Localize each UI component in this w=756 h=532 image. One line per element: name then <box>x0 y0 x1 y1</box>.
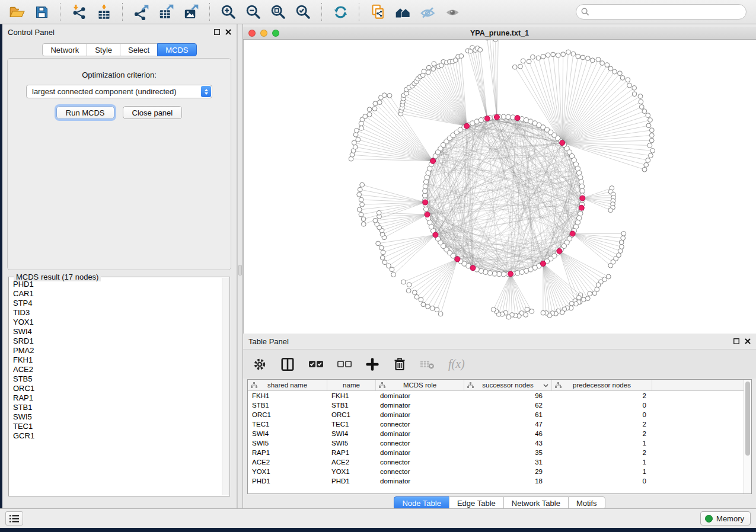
tab-edge-table[interactable]: Edge Table <box>449 496 504 509</box>
mcds-hub-node[interactable] <box>455 257 460 262</box>
graph-node[interactable] <box>367 113 372 117</box>
graph-node[interactable] <box>646 123 651 128</box>
mcds-result-item[interactable]: STB1 <box>10 403 221 412</box>
mcds-hub-node[interactable] <box>557 248 562 254</box>
column-header-successor-nodes[interactable]: successor nodes <box>464 380 552 390</box>
hide-selected-icon[interactable] <box>417 2 438 22</box>
graph-node[interactable] <box>423 188 428 193</box>
graph-node[interactable] <box>360 182 365 187</box>
graph-node[interactable] <box>380 255 385 260</box>
zoom-fit-icon[interactable] <box>267 2 289 22</box>
graph-node[interactable] <box>579 184 584 188</box>
graph-node[interactable] <box>487 271 492 275</box>
graph-node[interactable] <box>501 272 506 277</box>
graph-node[interactable] <box>376 241 381 246</box>
mcds-hub-node[interactable] <box>423 200 428 205</box>
table-row-RAP1[interactable]: RAP1RAP1dominator352 <box>248 448 751 457</box>
mcds-hub-node[interactable] <box>508 271 513 277</box>
table-scrollbar[interactable] <box>744 380 751 493</box>
graph-node[interactable] <box>459 54 464 59</box>
memory-button[interactable]: Memory <box>700 511 751 525</box>
table-row-ORC1[interactable]: ORC1ORC1dominator610 <box>248 410 751 419</box>
graph-node[interactable] <box>574 302 579 306</box>
table-row-FKH1[interactable]: FKH1FKH1dominator962 <box>248 391 751 400</box>
graph-node[interactable] <box>620 76 625 81</box>
graph-node[interactable] <box>600 61 605 66</box>
table-row-YOX1[interactable]: YOX1YOX1connector291 <box>248 467 751 476</box>
network-canvas[interactable] <box>243 40 756 334</box>
tab-select[interactable]: Select <box>120 43 158 56</box>
float-panel-icon[interactable] <box>214 29 220 35</box>
table-row-SWI4[interactable]: SWI4SWI4dominator462 <box>248 429 751 438</box>
panel-splitter[interactable] <box>237 24 243 508</box>
graph-node[interactable] <box>356 137 361 142</box>
import-table-icon[interactable] <box>93 2 114 22</box>
close-panel-icon[interactable] <box>225 29 231 35</box>
save-session-icon[interactable] <box>31 2 52 22</box>
mcds-result-item[interactable]: GCR1 <box>10 431 221 441</box>
mcds-hub-node[interactable] <box>464 123 470 129</box>
tab-mcds[interactable]: MCDS <box>157 43 196 56</box>
mcds-result-item[interactable]: YOX1 <box>10 318 221 327</box>
graph-node[interactable] <box>621 232 626 236</box>
graph-node[interactable] <box>649 153 653 158</box>
graph-node[interactable] <box>646 113 650 118</box>
graph-node[interactable] <box>638 94 643 99</box>
graph-node[interactable] <box>613 69 617 74</box>
graph-node[interactable] <box>588 291 592 296</box>
graph-node[interactable] <box>353 145 358 149</box>
mcds-hub-node[interactable] <box>430 158 436 164</box>
graph-node[interactable] <box>407 283 412 287</box>
graph-node[interactable] <box>531 55 535 59</box>
graph-node[interactable] <box>491 307 496 312</box>
mcds-result-item[interactable]: STP4 <box>10 299 221 308</box>
clone-network-icon[interactable] <box>367 2 388 22</box>
graph-node[interactable] <box>605 63 610 68</box>
column-header-shared-name[interactable]: shared name <box>248 380 327 390</box>
task-history-button[interactable] <box>5 511 23 525</box>
column-header-predecessor-nodes[interactable]: predecessor nodes <box>552 380 652 390</box>
graph-node[interactable] <box>541 54 546 59</box>
graph-node[interactable] <box>501 114 506 119</box>
table-row-PHD1[interactable]: PHD1PHD1dominator180 <box>248 476 751 486</box>
table-scrollbar-thumb[interactable] <box>745 382 750 456</box>
select-all-icon[interactable] <box>308 355 324 373</box>
refresh-view-icon[interactable] <box>330 2 351 22</box>
graph-node[interactable] <box>360 202 365 207</box>
search-input[interactable] <box>576 4 747 20</box>
graph-node[interactable] <box>529 309 534 314</box>
graph-node[interactable] <box>358 187 362 192</box>
tab-node-table[interactable]: Node Table <box>394 496 449 509</box>
graph-node[interactable] <box>372 107 377 111</box>
graph-node[interactable] <box>373 218 378 223</box>
graph-node[interactable] <box>525 307 529 312</box>
splitter-grip[interactable] <box>238 265 242 275</box>
graph-node[interactable] <box>430 306 435 310</box>
mcds-hub-node[interactable] <box>470 265 476 271</box>
graph-node[interactable] <box>648 118 653 123</box>
table-row-STB1[interactable]: STB1STB1dominator620 <box>248 400 751 410</box>
graph-node[interactable] <box>506 114 511 119</box>
graph-node[interactable] <box>521 59 525 63</box>
show-all-icon[interactable] <box>442 2 463 22</box>
graph-node[interactable] <box>536 56 541 60</box>
zoom-out-icon[interactable] <box>243 2 264 22</box>
graph-node[interactable] <box>580 55 585 60</box>
mcds-result-item[interactable]: STB5 <box>10 374 221 384</box>
graph-node[interactable] <box>423 207 428 211</box>
graph-node[interactable] <box>423 184 428 188</box>
graph-node[interactable] <box>357 192 362 197</box>
mcds-result-item[interactable]: PHD1 <box>10 280 221 289</box>
table-row-TEC1[interactable]: TEC1TEC1connector472 <box>248 419 751 429</box>
graph-node[interactable] <box>619 240 624 245</box>
graph-node[interactable] <box>585 56 590 61</box>
table-options-icon[interactable] <box>253 355 267 373</box>
graph-node[interactable] <box>519 270 524 274</box>
graph-node[interactable] <box>373 101 378 106</box>
graph-node[interactable] <box>426 65 431 70</box>
graph-node[interactable] <box>423 180 428 184</box>
window-close-light[interactable] <box>248 30 256 37</box>
graph-node[interactable] <box>541 310 546 315</box>
graph-node[interactable] <box>551 52 556 57</box>
graph-node[interactable] <box>639 100 643 104</box>
